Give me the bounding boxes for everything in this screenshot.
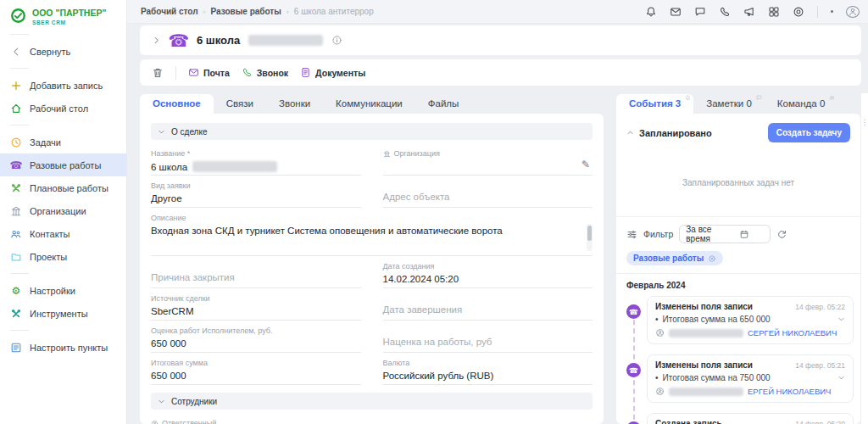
mail-icon[interactable] [670, 6, 682, 18]
textarea-scrollbar[interactable] [587, 224, 593, 251]
mail-button[interactable]: Почта [188, 67, 230, 78]
tab-calls[interactable]: Звонки [266, 94, 323, 114]
chat-icon[interactable] [694, 6, 706, 18]
event-title: Создана запись [655, 419, 722, 424]
logo-ring-icon[interactable] [793, 6, 804, 18]
tab-label: Основное [153, 98, 201, 109]
tab-events[interactable]: События 3 [616, 94, 693, 114]
chevron-down-icon [158, 398, 165, 405]
planned-section-header[interactable]: Запланировано Создать задачу [616, 114, 860, 142]
field-value: Входная зона СКД и турникет Система опов… [151, 226, 593, 236]
info-icon[interactable] [331, 35, 342, 46]
sidebar-item-instruments[interactable]: Инструменты [0, 302, 126, 325]
person-circle-icon [655, 387, 665, 396]
divider [10, 125, 29, 126]
event-expand-icon[interactable] [837, 374, 845, 382]
tab-team[interactable]: Команда 0 [765, 94, 837, 114]
sidebar-item-one-time-jobs[interactable]: ☎Разовые работы [0, 153, 126, 176]
field-total-sum[interactable]: Итоговая сумма650 000 [151, 357, 361, 385]
field-organization[interactable]: Организация✎ [383, 148, 593, 176]
mail-button-label: Почта [203, 68, 230, 78]
sidebar-item-tasks[interactable]: Задачи [0, 131, 126, 153]
date-range-input[interactable]: За все время [679, 225, 771, 243]
event-card: Изменены поля записи14 февр. 05:22•Итого… [647, 296, 854, 344]
sidebar-item-projects[interactable]: Проекты [0, 245, 126, 268]
tab-relations[interactable]: Связи [214, 94, 266, 114]
field-value: Адрес объекта [383, 192, 450, 202]
sidebar-item-add-record[interactable]: Добавить запись [0, 74, 126, 97]
event-user: СЕРГЕЙ НИКОЛАЕВИЧ [655, 328, 845, 338]
tab-notes[interactable]: Заметки 0 [693, 94, 765, 114]
field-contractor[interactable]: Подрядчик [383, 417, 593, 424]
refresh-icon[interactable] [776, 229, 787, 240]
breadcrumb-item[interactable]: Рабочий стол [141, 7, 198, 16]
field-responsible[interactable]: ОтветственныйСЕРГЕЙ НИКОЛАЕВИЧ [151, 417, 361, 424]
expand-chevron-icon[interactable] [152, 36, 161, 45]
section-title: Сотрудники [171, 397, 217, 406]
sidebar-item-label: Проекты [30, 252, 67, 262]
documents-button[interactable]: Документы [300, 67, 365, 78]
sidebar-item-label: Контакты [30, 229, 70, 239]
field-value: Дата завершения [383, 304, 463, 315]
phone-handset-icon[interactable] [719, 6, 731, 18]
field-finish-date[interactable]: Дата завершения [383, 293, 593, 321]
create-task-button[interactable]: Создать задачу [768, 123, 850, 142]
field-deal-source[interactable]: Источник сделкиSberCRM [151, 293, 361, 321]
sidebar-item-desktop[interactable]: Рабочий стол [0, 97, 126, 120]
event-card: Создана запись14 февр. 05:20ЕРГЕЙ НИКОЛА… [647, 413, 854, 424]
sidebar-item-organizations[interactable]: Организации [0, 199, 126, 222]
event-user: ЕРГЕЙ НИКОЛАЕВИЧ [655, 387, 845, 396]
sidebar-collapse-button[interactable]: Свернуть [0, 40, 126, 63]
event-expand-icon[interactable] [837, 315, 845, 323]
event-user-link[interactable]: ЕРГЕЙ НИКОЛАЕВИЧ [748, 387, 831, 396]
sidebar-item-label: Рабочий стол [30, 103, 88, 114]
sidebar-item-label: Организации [30, 206, 86, 216]
field-value: 14.02.2024 05:20 [383, 274, 593, 284]
field-request-type[interactable]: Вид заявкиДругое [151, 180, 361, 208]
section-header-employees[interactable]: Сотрудники [151, 393, 593, 410]
drag-handle-icon[interactable]: ⋮ [861, 119, 868, 126]
divider [817, 6, 818, 18]
field-markup[interactable]: Наценка на работы, руб [383, 325, 593, 353]
tab-label: Звонки [279, 98, 310, 109]
field-description[interactable]: ОписаниеВходная зона СКД и турникет Сист… [151, 212, 593, 256]
edit-pencil-icon[interactable]: ✎ [581, 159, 591, 170]
sidebar-item-configure-items[interactable]: Настроить пункты [0, 336, 126, 359]
record-phone-icon: ☎ [170, 31, 188, 50]
megaphone-icon[interactable] [743, 6, 755, 18]
sidebar-item-label: Задачи [30, 137, 61, 148]
trash-icon[interactable] [152, 67, 164, 79]
call-button[interactable]: Звонок [242, 67, 288, 78]
field-label: Оценка работ Исполнителем, руб. [151, 325, 361, 335]
tab-label: Связи [226, 98, 253, 109]
event-time: 14 февр. 05:21 [795, 361, 845, 370]
redacted-text [669, 388, 743, 396]
breadcrumb-item[interactable]: Разовые работы [211, 7, 281, 16]
field-close-reason[interactable]: Причина закрытия [151, 260, 361, 288]
field-created-date[interactable]: Дата создания14.02.2024 05:20 [383, 260, 593, 288]
event-user-link[interactable]: СЕРГЕЙ НИКОЛАЕВИЧ [748, 328, 837, 338]
tab-files[interactable]: Файлы [415, 94, 472, 114]
sidebar-item-contacts[interactable]: Контакты [0, 222, 126, 245]
tab-communications[interactable]: Коммуникации [323, 94, 415, 114]
bell-icon[interactable] [645, 6, 657, 18]
call-button-label: Звонок [257, 68, 288, 78]
user-avatar[interactable] [846, 6, 860, 18]
chip-remove-icon[interactable] [708, 254, 716, 263]
field-currency[interactable]: ВалютаРоссийский рубль (RUB) [383, 357, 593, 385]
field-object-address[interactable]: Адрес объекта [383, 180, 593, 208]
chevron-left-icon [10, 46, 22, 58]
apps-icon[interactable] [768, 6, 780, 18]
company-name: ООО "ПАРТНЕР" [32, 8, 106, 18]
sidebar-item-settings[interactable]: ⚙Настройки [0, 279, 126, 302]
tab-main[interactable]: Основное [140, 94, 214, 114]
field-executor-estimate[interactable]: Оценка работ Исполнителем, руб.650 000 [151, 325, 361, 353]
sidebar-item-planned-jobs[interactable]: Плановые работы [0, 176, 126, 199]
sidebar-item-label: Настройки [30, 286, 75, 296]
sber-logo-icon [10, 8, 26, 24]
field-value: Российский рубль (RUB) [383, 371, 593, 381]
document-icon [300, 67, 311, 78]
field-name[interactable]: Название *6 школа [151, 148, 361, 176]
filter-chip-one-time-jobs[interactable]: Разовые работы [626, 251, 723, 265]
section-header-deal[interactable]: О сделке [151, 123, 593, 140]
